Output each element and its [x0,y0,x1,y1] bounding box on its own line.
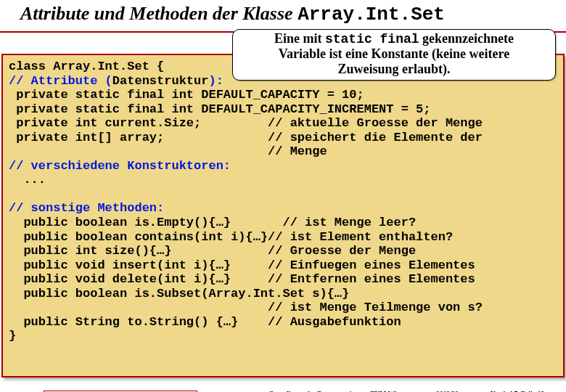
code-l6: // Menge [9,144,327,158]
slide-title: Attribute und Methoden der Klasse Array.… [0,0,566,33]
code-panel: class Array.Int.Set { // Attribute (Date… [1,54,565,377]
code-l8: ... [9,173,46,187]
code-l3: private static final int DEFAULT_CAPACIT… [9,102,431,116]
title-text: Attribute und Methoden der Klasse [20,3,298,24]
code-l4: private int current.Size; // aktuelle Gr… [9,116,483,130]
code-l18: public String to.String() {…} // Ausgabe… [9,315,401,329]
code-l15: public void delete(int i){…} // Entferne… [9,272,475,286]
code-l11: public boolean is.Empty(){…} // ist Meng… [9,216,416,229]
code-l1c: ): [208,74,223,88]
code-l13: public int size(){…} // Groesse der Meng… [9,244,416,258]
callout-l1b: gekennzeichnete [419,31,514,46]
code-l14: public void insert(int i){…} // Einfuege… [9,258,475,272]
code-l7: // verschiedene Konstruktoren: [9,159,231,173]
code-l0: class Array.Int.Set { [9,60,164,73]
note-callout: Eine mit static final gekennzeichnete Va… [232,29,556,81]
code-l2: private static final int DEFAULT_CAPACIT… [9,88,364,102]
callout-l2: Variable ist eine Konstante (keine weite… [279,46,509,61]
code-l5: private int[] array; // speichert die El… [9,131,483,144]
code-l17: // ist Menge Teilmenge von s? [9,301,483,314]
code-l12: public boolean contains(int i){…}// ist … [9,230,453,244]
code-l1b: Datenstruktur [112,74,209,88]
callout-l1a: Eine mit [274,31,325,46]
callout-l3: Zuweisung erlaubt). [337,62,450,76]
callout-l1-mono: static final [325,32,419,46]
title-classname: Array.Int.Set [298,4,445,25]
code-l1a: // Attribute ( [9,74,112,88]
code-l16: public boolean is.Subset(Array.Int.Set s… [9,287,349,301]
code-l10: // sonstige Methoden: [9,201,164,215]
code-l19: } [9,329,16,343]
